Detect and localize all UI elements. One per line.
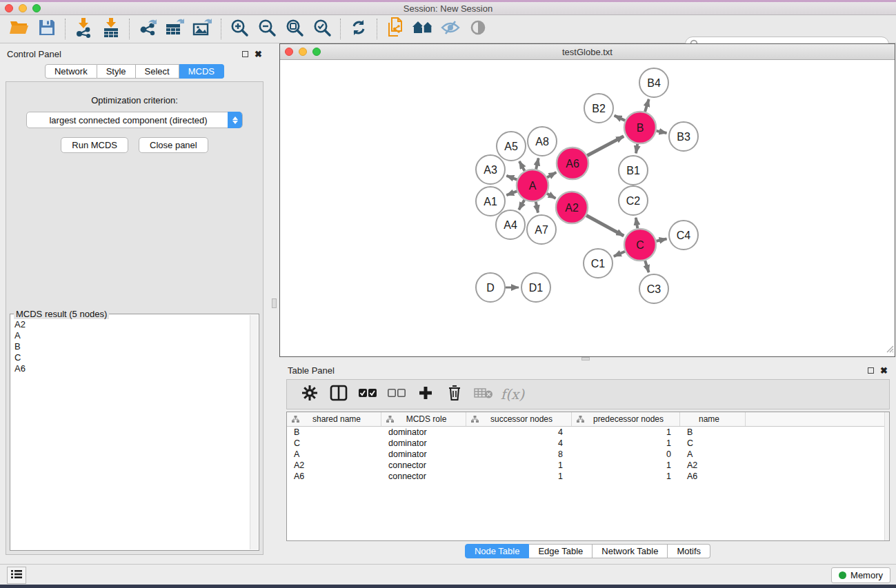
- graph-edge-C-C3[interactable]: [645, 261, 648, 272]
- graph-node-B2[interactable]: B2: [584, 94, 613, 123]
- cell-shared-name[interactable]: C: [287, 438, 381, 448]
- graph-node-B[interactable]: B: [624, 112, 656, 143]
- graph-edge-C-C1[interactable]: [614, 252, 625, 256]
- tab-style[interactable]: Style: [97, 64, 136, 79]
- zoom-in-button[interactable]: [226, 17, 253, 41]
- result-item[interactable]: C: [12, 352, 249, 363]
- cell-successor-nodes[interactable]: 1: [466, 472, 572, 481]
- tab-network[interactable]: Network: [45, 64, 97, 79]
- result-item[interactable]: A2: [12, 319, 249, 330]
- horizontal-divider-grip[interactable]: [581, 357, 590, 361]
- graph-node-C1[interactable]: C1: [584, 249, 613, 278]
- cell-MCDS-role[interactable]: dominator: [381, 449, 466, 459]
- graph-edge-A2-C[interactable]: [586, 215, 624, 236]
- graph-node-B4[interactable]: B4: [639, 68, 668, 97]
- result-item[interactable]: A6: [12, 363, 249, 374]
- graph-edge-B-B2[interactable]: [615, 116, 626, 121]
- cell-name[interactable]: A2: [680, 460, 746, 470]
- show-columns-button[interactable]: [326, 383, 352, 406]
- cell-predecessor-nodes[interactable]: 1: [572, 472, 680, 481]
- select-all-button[interactable]: [355, 383, 381, 406]
- graph-edge-B-B4[interactable]: [645, 99, 649, 112]
- hide-selected-button[interactable]: [437, 17, 464, 41]
- divider-grip[interactable]: [272, 298, 277, 308]
- graph-edge-A-A3[interactable]: [506, 176, 517, 180]
- export-table-button[interactable]: [161, 17, 189, 41]
- clone-network-button[interactable]: [381, 17, 409, 41]
- graph-node-C[interactable]: C: [624, 229, 656, 261]
- graph-edge-C-C4[interactable]: [656, 239, 666, 241]
- graph-edge-A-A7[interactable]: [536, 202, 538, 213]
- graph-node-B1[interactable]: B1: [619, 156, 648, 185]
- zoom-fit-button[interactable]: [281, 17, 308, 41]
- cell-MCDS-role[interactable]: connector: [381, 460, 466, 470]
- memory-button[interactable]: Memory: [831, 567, 890, 583]
- cell-shared-name[interactable]: B: [287, 427, 381, 437]
- zoom-selected-button[interactable]: [308, 17, 336, 41]
- delete-column-button[interactable]: [441, 383, 468, 406]
- export-network-button[interactable]: [134, 17, 161, 41]
- cell-predecessor-nodes[interactable]: 1: [572, 427, 680, 437]
- cell-predecessor-nodes[interactable]: 1: [572, 460, 680, 470]
- graph-edge-A-A6[interactable]: [547, 172, 556, 177]
- cell-shared-name[interactable]: A2: [287, 460, 381, 470]
- table-tab-node-table[interactable]: Node Table: [465, 544, 530, 558]
- float-panel-icon[interactable]: [242, 51, 248, 57]
- cell-name[interactable]: B: [680, 427, 746, 437]
- result-item[interactable]: A: [12, 330, 249, 341]
- graph-node-D[interactable]: D: [476, 273, 505, 302]
- column-header-shared-name[interactable]: shared name: [287, 412, 381, 426]
- run-mcds-button[interactable]: Run MCDS: [61, 137, 128, 153]
- show-all-button[interactable]: [464, 17, 492, 41]
- column-header-predecessor-nodes[interactable]: predecessor nodes: [572, 412, 680, 426]
- column-header-successor-nodes[interactable]: successor nodes: [466, 412, 572, 426]
- resize-grip-icon[interactable]: [884, 343, 894, 356]
- table-tab-network-table[interactable]: Network Table: [593, 544, 668, 558]
- table-row[interactable]: A2connector11A2: [287, 460, 889, 471]
- delete-table-button[interactable]: [470, 383, 497, 406]
- graph-node-A7[interactable]: A7: [527, 215, 556, 244]
- graph-node-D1[interactable]: D1: [521, 273, 550, 302]
- cell-name[interactable]: A: [680, 449, 746, 459]
- cell-successor-nodes[interactable]: 1: [466, 460, 572, 470]
- cell-predecessor-nodes[interactable]: 1: [572, 438, 680, 448]
- close-panel-button[interactable]: Close panel: [139, 137, 208, 153]
- graph-node-A2[interactable]: A2: [556, 192, 588, 223]
- tab-select[interactable]: Select: [136, 64, 179, 79]
- cell-successor-nodes[interactable]: 8: [466, 449, 572, 459]
- graph-node-A8[interactable]: A8: [528, 127, 557, 156]
- cell-name[interactable]: C: [680, 438, 746, 448]
- graph-node-A6[interactable]: A6: [557, 148, 588, 179]
- result-list-scrollbar[interactable]: [250, 315, 258, 549]
- graph-edge-A-A2[interactable]: [547, 194, 556, 199]
- result-item[interactable]: B: [12, 341, 249, 352]
- table-row[interactable]: A6connector11A6: [287, 471, 889, 482]
- network-canvas[interactable]: B4B2BB3A5A8A6A3B1AA1C2A2A4A7C4CC1C3DD1: [280, 60, 895, 356]
- graph-node-C2[interactable]: C2: [619, 186, 648, 215]
- table-settings-button[interactable]: [297, 383, 323, 406]
- deselect-all-button[interactable]: [384, 383, 410, 406]
- graph-node-A5[interactable]: A5: [497, 132, 526, 161]
- table-row[interactable]: Cdominator41C: [287, 438, 889, 449]
- graph-edge-A-A8[interactable]: [536, 158, 539, 169]
- function-builder-button[interactable]: f(x): [499, 383, 526, 406]
- cell-successor-nodes[interactable]: 4: [466, 438, 572, 448]
- graph-node-B3[interactable]: B3: [669, 122, 698, 151]
- graph-node-A3[interactable]: A3: [476, 155, 505, 184]
- export-image-button[interactable]: [189, 17, 217, 41]
- cell-shared-name[interactable]: A: [287, 449, 381, 459]
- table-scrollbar[interactable]: [884, 412, 889, 540]
- home-view-button[interactable]: [409, 17, 437, 41]
- import-table-button[interactable]: [97, 17, 125, 41]
- graph-node-A[interactable]: A: [517, 170, 548, 201]
- add-column-button[interactable]: [412, 383, 439, 406]
- zoom-out-button[interactable]: [253, 17, 281, 41]
- cell-name[interactable]: A6: [680, 472, 746, 481]
- graph-edge-B-B3[interactable]: [657, 131, 667, 133]
- tab-mcds[interactable]: MCDS: [179, 64, 224, 79]
- cell-MCDS-role[interactable]: dominator: [381, 438, 466, 448]
- graph-node-C3[interactable]: C3: [639, 274, 668, 303]
- float-table-panel-icon[interactable]: [868, 367, 874, 374]
- graph-edge-B-B1[interactable]: [636, 144, 637, 154]
- refresh-button[interactable]: [345, 17, 372, 41]
